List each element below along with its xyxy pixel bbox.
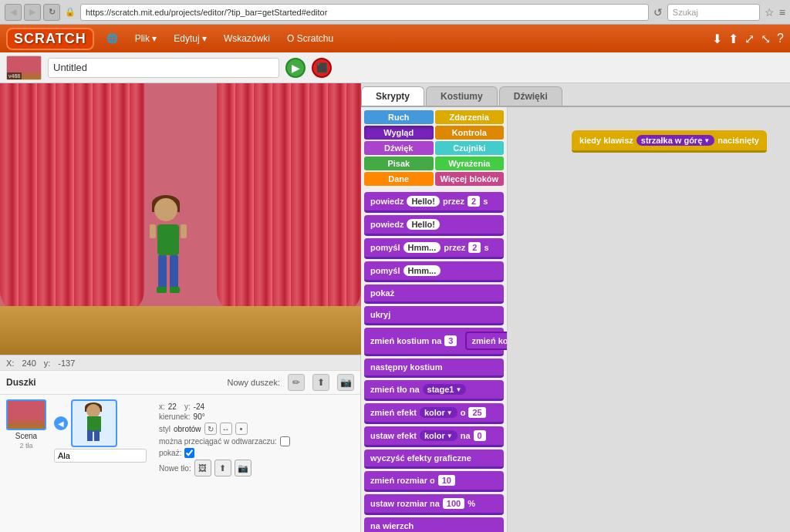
sprite-body xyxy=(157,224,179,255)
coord-x-value: 240 xyxy=(22,359,35,368)
cat-wyrazenia[interactable]: Wyrażenia xyxy=(435,157,505,170)
scene-image xyxy=(6,399,46,430)
rotation-label: styl xyxy=(159,425,170,433)
sprite-mini-body xyxy=(87,416,101,432)
sprite-mini-legs xyxy=(87,430,100,441)
green-flag-button[interactable]: ▶ xyxy=(285,58,306,78)
help-icon[interactable]: ? xyxy=(777,32,784,45)
paint-sprite-button[interactable]: ✏ xyxy=(288,374,305,391)
stage-coords: X: 240 y: -137 xyxy=(0,355,360,370)
tab-scripts[interactable]: Skrypty xyxy=(361,86,424,106)
rotate-none-button[interactable]: • xyxy=(235,423,248,435)
cat-wyglad[interactable]: Wygląd xyxy=(364,126,434,140)
project-title-input[interactable] xyxy=(48,58,279,78)
show-label: pokaż: xyxy=(159,449,181,457)
menu-icon[interactable]: ≡ xyxy=(779,6,785,19)
menu-wskazowki[interactable]: Wskazówki xyxy=(219,30,275,47)
scripts-canvas[interactable]: kiedy klawisz strzałka w górę naciśnięty xyxy=(508,107,790,532)
block-wyczys-efekty[interactable]: wyczyść efekty graficzne xyxy=(364,450,504,469)
menu-edytuj[interactable]: Edytuj ▾ xyxy=(169,30,211,47)
globe-menu[interactable]: 🌐 xyxy=(102,30,123,47)
event-block-key-dropdown[interactable]: strzałka w górę xyxy=(636,135,714,146)
scene-label: Scena xyxy=(15,432,37,440)
forward-button[interactable]: ▶ xyxy=(24,4,41,21)
block-zmien-efekt-kolor[interactable]: zmień efekt kolor o 25 xyxy=(364,403,504,424)
sprite-properties: x: 22 y: -24 kierunek: 90° styl obrotów … xyxy=(153,399,296,527)
block-zmien-tlo[interactable]: zmień tło na stage1 xyxy=(364,380,504,401)
search-bar[interactable]: Szukaj xyxy=(667,4,760,21)
shrink-icon[interactable]: ⤡ xyxy=(761,32,771,46)
fullscreen-icon[interactable]: ⤢ xyxy=(744,32,755,46)
backdrop-camera-button[interactable]: 📷 xyxy=(235,460,252,476)
rotate-leftright-button[interactable]: ↔ xyxy=(220,423,232,435)
editor-panel: Skrypty Kostiumy Dźwięki Ruch Zdarzenia … xyxy=(361,83,790,532)
rotate-free-button[interactable]: ↻ xyxy=(204,423,217,435)
sprite-arrow-left[interactable]: ◀ xyxy=(54,416,68,430)
browser-chrome: ◀ ▶ ↻ 🔒 https://scratch.mit.edu/projects… xyxy=(0,0,790,25)
stop-button[interactable]: ⬛ xyxy=(312,58,332,78)
upload-icon[interactable]: ⬇ xyxy=(712,32,722,46)
block-pokaz[interactable]: pokaż xyxy=(364,285,504,304)
scratch-menubar: SCRATCH 🌐 Plik ▾ Edytuj ▾ Wskazówki O Sc… xyxy=(0,25,790,52)
editor-tabs: Skrypty Kostiumy Dźwięki xyxy=(361,83,790,107)
block-pomysl-s[interactable]: pomyśl Hmm... przez 2 s xyxy=(364,238,504,259)
version-label: v468 xyxy=(7,72,22,79)
show-checkbox[interactable] xyxy=(184,448,194,458)
url-bar[interactable]: https://scratch.mit.edu/projects/editor/… xyxy=(80,4,649,21)
palette-blocks: powiedz Hello! przez 2 s powiedz Hello! … xyxy=(361,189,507,532)
refresh-icon[interactable]: ↺ xyxy=(653,6,663,19)
cat-zdarzenia[interactable]: Zdarzenia xyxy=(435,110,505,124)
stage-floor xyxy=(0,306,361,355)
menu-o-scratchu[interactable]: O Scratchu xyxy=(282,30,338,47)
stage-canvas xyxy=(0,83,361,355)
sprite-head xyxy=(154,198,177,221)
cat-wiecej[interactable]: Więcej bloków xyxy=(435,172,505,186)
event-block-text: kiedy klawisz xyxy=(579,136,633,145)
reload-button[interactable]: ↻ xyxy=(43,4,60,21)
backdrop-upload-button[interactable]: ⬆ xyxy=(214,460,231,476)
sprite-legs xyxy=(158,255,178,290)
block-ustaw-rozmiar[interactable]: ustaw rozmiar na 100 % xyxy=(364,494,504,515)
block-palette: Ruch Zdarzenia Wygląd Kontrola Dźwięk Cz… xyxy=(361,107,508,532)
cat-kontrola[interactable]: Kontrola xyxy=(435,126,505,140)
block-powiedz-s[interactable]: powiedz Hello! przez 2 s xyxy=(364,192,504,213)
scratch-logo[interactable]: SCRATCH xyxy=(6,28,94,50)
tab-sounds[interactable]: Dźwięki xyxy=(499,86,562,106)
nav-buttons: ◀ ▶ ↻ xyxy=(5,4,60,21)
sprite-figure xyxy=(137,198,199,306)
cat-ruch[interactable]: Ruch xyxy=(364,110,434,124)
draggable-checkbox[interactable] xyxy=(280,436,290,446)
backdrop-paint-button[interactable]: 🖼 xyxy=(194,460,211,476)
prop-row-direction: kierunek: 90° xyxy=(159,412,290,421)
scene-thumbnail[interactable]: Scena 2 tła xyxy=(5,399,48,527)
cat-dzwiek[interactable]: Dźwięk xyxy=(364,141,434,155)
direction-value: 90° xyxy=(194,412,205,421)
star-icon[interactable]: ☆ xyxy=(765,6,775,19)
camera-sprite-button[interactable]: 📷 xyxy=(337,374,354,391)
block-zmien-kostium[interactable]: zmień kostium na 3 zmień kostium na abby… xyxy=(364,328,504,356)
block-ukryj[interactable]: ukryj xyxy=(364,306,504,325)
cat-czujniki[interactable]: Czujniki xyxy=(435,141,505,155)
sprites-content: Scena 2 tła ◀ xyxy=(0,395,360,532)
block-powiedz[interactable]: powiedz Hello! xyxy=(364,215,504,236)
block-na-wierzch[interactable]: na wierzch xyxy=(364,517,504,532)
sprite-item-ala[interactable] xyxy=(71,399,117,447)
sprite-name-input[interactable] xyxy=(54,449,147,463)
upload-sprite-button[interactable]: ⬆ xyxy=(312,374,329,391)
lock-icon: 🔒 xyxy=(65,7,76,17)
block-pomysl[interactable]: pomyśl Hmm... xyxy=(364,261,504,282)
cat-dane[interactable]: Dane xyxy=(364,172,434,186)
menu-plik[interactable]: Plik ▾ xyxy=(130,30,162,47)
download-icon[interactable]: ⬆ xyxy=(728,32,738,46)
cat-pisak[interactable]: Pisak xyxy=(364,157,434,170)
event-block-key[interactable]: kiedy klawisz strzałka w górę naciśnięty xyxy=(572,130,767,153)
x-value: 22 xyxy=(168,402,177,411)
back-button[interactable]: ◀ xyxy=(5,4,22,21)
block-zmien-rozmiar[interactable]: zmień rozmiar o 10 xyxy=(364,471,504,492)
block-nastepny-kostium[interactable]: następny kostium xyxy=(364,359,504,378)
scene-sublabel: 2 tła xyxy=(19,442,32,450)
block-ustaw-efekt-kolor[interactable]: ustaw efekt kolor na 0 xyxy=(364,426,504,447)
y-label: y: xyxy=(184,402,191,411)
stage-area: X: 240 y: -137 Duszki Nowy duszek: ✏ ⬆ 📷… xyxy=(0,83,361,532)
tab-costumes[interactable]: Kostiumy xyxy=(426,86,498,106)
